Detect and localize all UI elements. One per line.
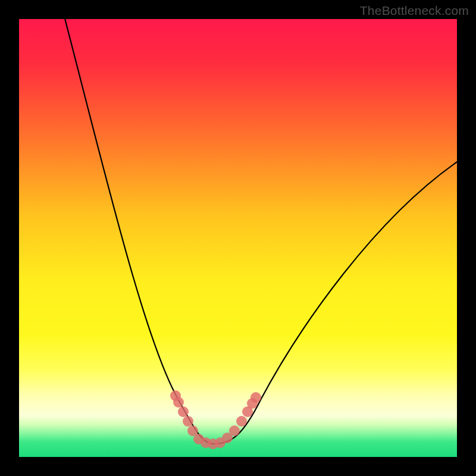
marker-dot [229,425,240,436]
marker-dot [236,416,247,427]
marker-dot [178,406,189,417]
watermark-text: TheBottleneck.com [360,4,469,18]
bottleneck-chart [19,19,457,457]
chart-gradient-background [19,19,457,457]
chart-svg [19,19,457,457]
marker-dot [183,416,193,427]
marker-dot [173,397,184,408]
marker-dot [250,392,261,403]
